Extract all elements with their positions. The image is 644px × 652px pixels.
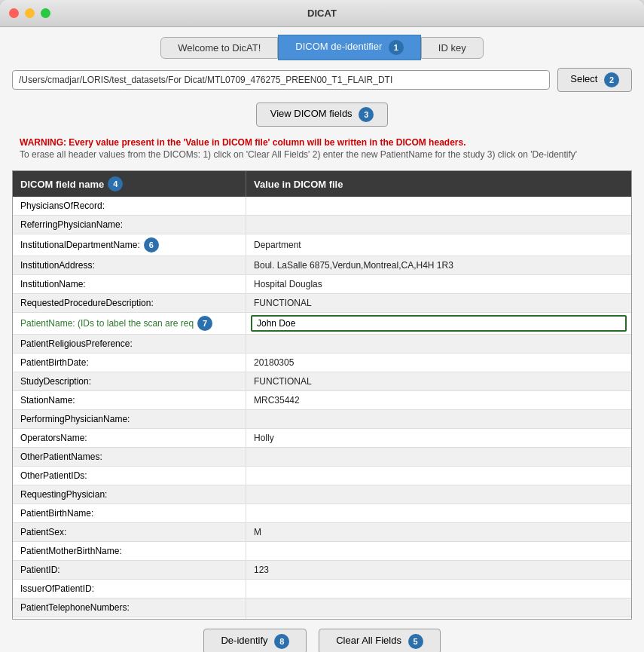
table-row: InstitutionAddress: Boul. LaSalle 6875,V… xyxy=(13,256,631,275)
minimize-button[interactable] xyxy=(25,8,35,18)
field-name: OtherPatientNames: xyxy=(13,448,246,466)
field-value: Department xyxy=(246,234,631,256)
field-name: InstitutionName: xyxy=(13,275,246,293)
patient-name-field-label: PatientName: (IDs to label the scan are … xyxy=(13,313,246,334)
field-name: PatientSex: xyxy=(13,523,246,541)
field-value xyxy=(246,580,631,598)
table-row: PerformingPhysicianName: xyxy=(13,410,631,429)
path-input[interactable] xyxy=(12,70,550,90)
field-name: OperatorsName: xyxy=(13,429,246,447)
patient-name-input[interactable] xyxy=(251,315,627,332)
table-row: PatientSex: M xyxy=(13,523,631,542)
warning-box: WARNING: Every value present in the 'Val… xyxy=(12,133,632,164)
titlebar: DICAT xyxy=(0,0,644,27)
close-button[interactable] xyxy=(9,8,19,18)
table-row: OtherPatientIDs: xyxy=(13,467,631,485)
table-header: DICOM field name 4 Value in DICOM file xyxy=(13,171,631,197)
tab-dicom[interactable]: DICOM de-identifier 1 xyxy=(278,35,421,60)
field-name: PatientTelephoneNumbers: xyxy=(13,598,246,617)
field-value xyxy=(246,410,631,428)
field-name: PhysiciansOfRecord: xyxy=(13,197,246,215)
patient-name-value-cell xyxy=(246,313,631,334)
table-row: RequestedProcedureDescription: FUNCTIONA… xyxy=(13,294,631,313)
view-fields-button[interactable]: View DICOM fields 3 xyxy=(256,103,388,127)
window-title: DICAT xyxy=(307,8,337,19)
badge-1: 1 xyxy=(389,40,404,55)
field-value: M xyxy=(246,523,631,541)
field-value: 123 xyxy=(246,561,631,579)
badge-4: 4 xyxy=(108,176,123,191)
table-row: PatientName: (IDs to label the scan are … xyxy=(13,313,631,335)
table-row: OtherPatientNames: xyxy=(13,448,631,467)
table-row: PatientBirthDate: 20180305 xyxy=(13,354,631,372)
field-name: OtherPatientIDs: xyxy=(13,467,246,485)
field-name: ReferringPhysicianName: xyxy=(13,216,246,234)
field-value xyxy=(246,467,631,485)
field-name: PatientMotherBirthName: xyxy=(13,542,246,560)
field-name: IssuerOfPatientID: xyxy=(13,580,246,598)
warning-body: To erase all header values from the DICO… xyxy=(20,149,624,160)
badge-2: 2 xyxy=(604,72,619,87)
toolbar: Select 2 xyxy=(0,60,644,99)
table-row: IssuerOfPatientID: xyxy=(13,580,631,598)
badge-6: 6 xyxy=(144,237,159,253)
field-name: StationName: xyxy=(13,391,246,409)
field-value: FUNCTIONAL xyxy=(246,372,631,390)
bottom-bar: De-identify 8 Clear All Fields 5 xyxy=(0,620,644,652)
field-value xyxy=(246,504,631,522)
clear-all-button[interactable]: Clear All Fields 5 xyxy=(319,629,440,652)
field-name: InstitutionAddress: xyxy=(13,256,246,274)
field-value xyxy=(246,598,631,617)
deidentify-button[interactable]: De-identify 8 xyxy=(203,629,307,652)
main-window: DICAT Welcome to DicAT! DICOM de-identif… xyxy=(0,0,644,652)
table-row: InstitutionalDepartmentName: 6 Departmen… xyxy=(13,234,631,256)
table-header-value: Value in DICOM file xyxy=(246,171,631,197)
field-name: InstitutionalDepartmentName: 6 xyxy=(13,234,246,256)
field-value xyxy=(246,542,631,560)
window-controls xyxy=(9,8,50,18)
field-name: PatientBirthName: xyxy=(13,504,246,522)
table-row: RequestingPhysician: xyxy=(13,485,631,504)
tab-idkey[interactable]: ID key xyxy=(421,37,484,59)
badge-5: 5 xyxy=(408,634,423,649)
field-name: RequestingPhysician: xyxy=(13,485,246,504)
field-name: PerformingPhysicianName: xyxy=(13,410,246,428)
table-header-field: DICOM field name 4 xyxy=(13,171,246,197)
maximize-button[interactable] xyxy=(41,8,50,18)
field-value: MRC35442 xyxy=(246,391,631,409)
view-fields-row: View DICOM fields 3 xyxy=(0,99,644,133)
field-name: RequestedProcedureDescription: xyxy=(13,294,246,312)
field-name: StudyDescription: xyxy=(13,372,246,390)
field-value xyxy=(246,197,631,215)
table-row: ReferringPhysicianName: xyxy=(13,216,631,234)
field-value xyxy=(246,448,631,466)
field-value xyxy=(246,485,631,504)
table-row: PatientTelephoneNumbers: xyxy=(13,598,631,617)
warning-title: WARNING: Every value present in the 'Val… xyxy=(20,137,624,148)
table-row: PatientMotherBirthName: xyxy=(13,542,631,561)
field-value xyxy=(246,216,631,234)
field-name: PatientAddress: xyxy=(13,617,246,619)
nav-tabs: Welcome to DicAT! DICOM de-identifier 1 … xyxy=(0,27,644,60)
table-row: PatientID: 123 xyxy=(13,561,631,580)
field-value xyxy=(246,617,631,619)
badge-3: 3 xyxy=(359,107,374,122)
field-name: PatientReligiousPreference: xyxy=(13,335,246,353)
field-value: Hospital Douglas xyxy=(246,275,631,293)
field-value: 20180305 xyxy=(246,354,631,372)
tab-welcome[interactable]: Welcome to DicAT! xyxy=(160,37,278,59)
field-value: Boul. LaSalle 6875,Verdun,Montreal,CA,H4… xyxy=(246,256,631,274)
field-value: FUNCTIONAL xyxy=(246,294,631,312)
field-name: PatientID: xyxy=(13,561,246,579)
dicom-table: DICOM field name 4 Value in DICOM file P… xyxy=(12,170,632,620)
table-row: PhysiciansOfRecord: xyxy=(13,197,631,216)
table-body: PhysiciansOfRecord: ReferringPhysicianNa… xyxy=(13,197,631,619)
table-row: StudyDescription: FUNCTIONAL xyxy=(13,372,631,391)
field-value: Holly xyxy=(246,429,631,447)
table-row: PatientReligiousPreference: xyxy=(13,335,631,354)
table-row: PatientAddress: xyxy=(13,617,631,619)
field-name: PatientBirthDate: xyxy=(13,354,246,372)
table-row: OperatorsName: Holly xyxy=(13,429,631,448)
badge-8: 8 xyxy=(274,634,289,649)
select-button[interactable]: Select 2 xyxy=(557,68,632,92)
